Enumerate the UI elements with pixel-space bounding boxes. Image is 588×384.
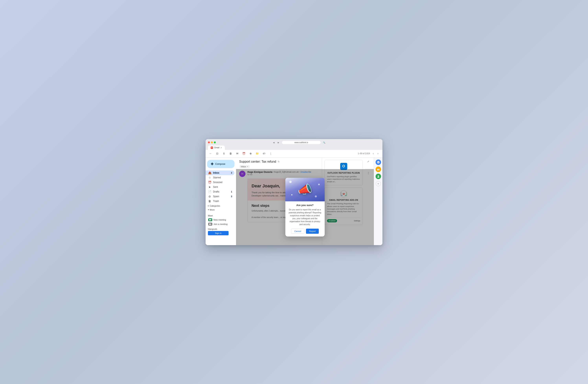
sidebar-item-snoozed[interactable]: ⏰ Snoozed (206, 180, 234, 185)
compose-plus-icon: ✚ (211, 162, 214, 166)
sent-label: Sent (213, 186, 218, 188)
dialog-text: Do you want to report this email as a po… (289, 208, 321, 226)
mark-unread-button[interactable]: ✉ (235, 151, 240, 156)
browser-tabs: M Gmail ✕ (208, 145, 380, 150)
email-message: H Hugo Enrique Ososrio <hugo23_5@hotmail… (236, 169, 374, 245)
inbox-icon: 📥 (208, 171, 211, 174)
gmail-toolbar: ← ⊡ ℹ 🗑 ✉ ⏰ ⊕ (206, 150, 382, 158)
pagination-buttons: ‹ › (371, 151, 380, 156)
svg-text:8: 8 (378, 169, 379, 170)
tab-label: Gmail (214, 146, 219, 149)
join-meeting-item[interactable]: Join a meeting (208, 222, 234, 226)
sidebar-footer: Meet New meeting Join a meeting Hangouts (206, 213, 236, 237)
sidebar-item-spam[interactable]: ⊘ Spam 3 (206, 194, 234, 199)
email-tab-chip[interactable]: Inbox ✕ (239, 165, 250, 168)
inbox-badge: 3 (231, 172, 232, 174)
url-bar[interactable]: www.outthink.io (282, 141, 321, 144)
more-section[interactable]: ▾ More (206, 207, 236, 211)
phishing-dialog: 📣 Are you sure? Do you want to report th… (285, 178, 325, 237)
inbox-label: Inbox (213, 171, 219, 174)
sign-in-button[interactable]: Sign in (208, 231, 229, 235)
snooze-button[interactable]: ⏰ (241, 151, 247, 156)
plugin-sidebar: G 8 + (374, 158, 382, 245)
meet-label: Meet (208, 215, 234, 217)
toolbar-right: 1–50 of 2,619 ‹ › (358, 151, 380, 156)
drafts-label: Drafts (213, 190, 219, 193)
dialog-image: 📣 (285, 178, 325, 201)
archive-icon: ⊡ (216, 152, 218, 155)
sidebar-item-trash[interactable]: 🗑 Trash (206, 199, 234, 203)
snoozed-label: Snoozed (213, 181, 222, 184)
snoozed-icon: ⏰ (208, 181, 211, 184)
compose-button[interactable]: ✚ Compose (207, 160, 234, 168)
drafts-badge: 1 (231, 191, 232, 193)
dialog-body: Are you sure? Do you want to report this… (285, 201, 325, 237)
close-btn[interactable] (208, 141, 210, 143)
google-calendar-icon[interactable]: 8 (376, 166, 381, 172)
open-in-new-icon[interactable]: ⤢ (366, 159, 371, 164)
add-to-tasks-button[interactable]: ⊕ (248, 151, 253, 156)
starred-icon: ☆ (208, 176, 211, 179)
label-icon: 🏷 (263, 152, 265, 155)
archive-button[interactable]: ⊡ (215, 151, 220, 156)
spam-badge: 3 (231, 195, 232, 198)
move-to-button[interactable]: 📁 (255, 151, 260, 156)
pagination-label: 1–50 of 2,619 (358, 152, 370, 155)
traffic-lights (208, 141, 216, 143)
forward-icon[interactable]: ▶ (277, 141, 280, 144)
sent-icon: ➤ (208, 185, 211, 189)
dialog-title: Are you sure? (289, 204, 321, 207)
more-label: More (210, 209, 215, 211)
prev-page-button[interactable]: ‹ (371, 151, 375, 156)
trash-icon: 🗑 (208, 200, 211, 203)
email-subject: Support center: Tax refund (239, 160, 276, 163)
svg-point-10 (378, 175, 379, 177)
toolbar-left: ← ⊡ ℹ 🗑 ✉ ⏰ ⊕ (208, 151, 273, 156)
labels-button[interactable]: 🏷 (261, 151, 267, 156)
snooze-icon: ⏰ (242, 152, 246, 155)
tab-chip-close-icon[interactable]: ✕ (247, 166, 248, 167)
bubble-decoration-3 (315, 195, 317, 197)
next-page-button[interactable]: › (376, 151, 380, 156)
new-meeting-item[interactable]: New meeting (208, 218, 234, 222)
add-plugin-button[interactable]: + (376, 181, 381, 186)
join-icon (208, 223, 212, 225)
delete-button[interactable]: 🗑 (228, 151, 233, 156)
hangouts-label: Hangouts (208, 228, 234, 230)
tab-favicon: M (211, 146, 213, 149)
gmail-app: ← ⊡ ℹ 🗑 ✉ ⏰ ⊕ (206, 150, 382, 245)
google-tasks-icon[interactable]: G (376, 160, 381, 165)
google-contacts-icon[interactable] (376, 174, 381, 179)
sidebar-item-sent[interactable]: ➤ Sent (206, 185, 234, 189)
active-tab[interactable]: M Gmail ✕ (208, 145, 225, 150)
outlook-letter: O (342, 164, 345, 168)
cancel-button[interactable]: Cancel (291, 229, 304, 234)
categories-expand-icon: ▸ (208, 205, 209, 207)
compose-label: Compose (215, 163, 225, 165)
delete-icon: 🗑 (229, 152, 232, 155)
categories-section[interactable]: ▸ Categories (206, 203, 236, 207)
svg-text:G: G (378, 161, 379, 163)
refresh-icon[interactable]: ↻ (278, 160, 280, 163)
bubble-decoration-2 (318, 184, 320, 185)
megaphone-icon: 📣 (297, 182, 312, 196)
bubble-decoration-1 (289, 181, 292, 183)
back-button[interactable]: ← (208, 151, 213, 156)
svg-rect-0 (209, 219, 211, 220)
tab-close-icon[interactable]: ✕ (220, 147, 222, 149)
join-meeting-label: Join a meeting (213, 223, 228, 225)
sidebar-item-starred[interactable]: ☆ Starred (206, 175, 234, 180)
report-button[interactable]: Report (306, 229, 319, 234)
tab-chip-label: Inbox (241, 165, 246, 168)
trash-label: Trash (213, 200, 219, 202)
starred-label: Starred (213, 176, 221, 179)
more-options-button[interactable]: ⋮ (268, 151, 273, 156)
fullscreen-btn[interactable] (214, 141, 216, 143)
back-icon[interactable]: ◀ (272, 141, 275, 144)
sidebar-item-inbox[interactable]: 📥 Inbox 3 (206, 170, 234, 175)
search-icon[interactable]: 🔍 (322, 141, 326, 144)
categories-label: Categories (210, 205, 220, 207)
sidebar-item-drafts[interactable]: 📄 Drafts 1 (206, 189, 234, 194)
minimize-btn[interactable] (211, 141, 213, 143)
report-spam-button[interactable]: ℹ (221, 151, 226, 156)
